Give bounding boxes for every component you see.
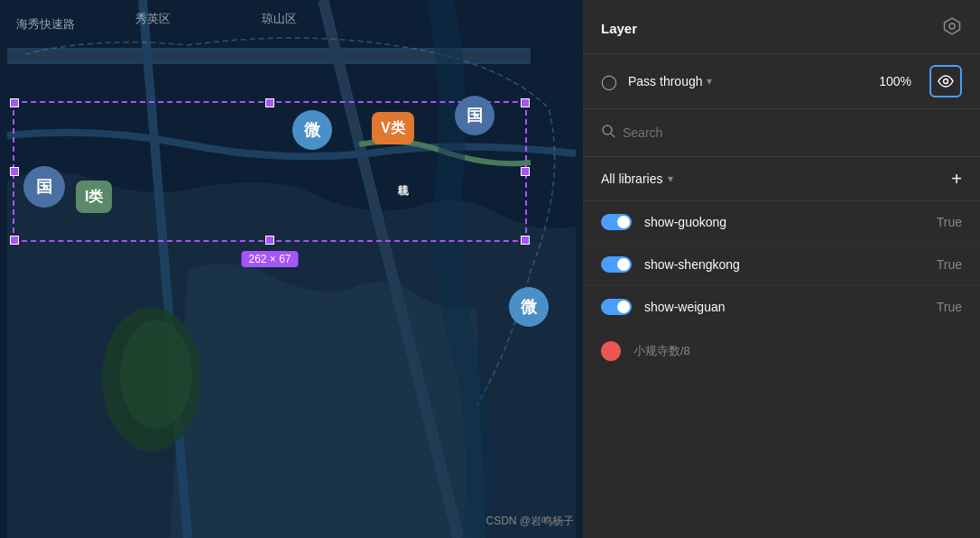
svg-point-7 [120, 320, 192, 429]
pin-guo-right: 国 [455, 96, 495, 135]
svg-point-8 [949, 23, 955, 29]
var-name-1: show-shengkong [644, 257, 924, 272]
search-icon [601, 124, 615, 142]
blend-mode-label: Pass through [628, 74, 703, 88]
pin-ilei: I类 [76, 181, 112, 213]
panel-title: Layer [601, 21, 637, 36]
blend-mode-row: ◯ Pass through ▾ 100% [583, 54, 980, 109]
map-canvas: 海秀快速路 秀英区 琼山区 桃花联络线 262 × 67 国 I类 微 V类 国… [0, 0, 583, 538]
region-label-3: 琼山区 [262, 11, 297, 27]
libraries-label-text: All libraries [601, 172, 662, 186]
pin-wei-bottom: 微 [509, 287, 549, 327]
blend-mode-selector[interactable]: Pass through ▾ [628, 74, 872, 88]
component-icon [942, 16, 962, 41]
map-background [0, 0, 583, 538]
var-value-2: True [937, 300, 962, 314]
pin-vlei: V类 [372, 112, 414, 144]
chevron-down-icon: ▾ [707, 75, 712, 88]
svg-line-11 [611, 134, 615, 137]
variable-row-2: show-weiguan True [583, 286, 980, 329]
toggle-show-shengkong[interactable] [601, 256, 632, 273]
svg-point-10 [603, 125, 612, 134]
pin-wei-top: 微 [292, 110, 332, 150]
panel-header: Layer [583, 0, 980, 54]
variable-row-1: show-shengkong True [583, 244, 980, 286]
toggle-show-guokong[interactable] [601, 214, 632, 230]
pin-guo-left: 国 [23, 166, 65, 208]
visibility-toggle-button[interactable] [929, 65, 962, 97]
var-value-1: True [937, 257, 962, 272]
partial-text: 小规寺数/8 [633, 343, 690, 359]
libraries-selector[interactable]: All libraries ▾ [601, 172, 673, 186]
add-variable-button[interactable]: + [951, 170, 962, 188]
blend-icon: ◯ [601, 73, 617, 90]
partial-icon [601, 341, 621, 361]
var-name-2: show-weiguan [644, 300, 924, 314]
search-input[interactable] [623, 125, 962, 140]
opacity-value: 100% [879, 74, 911, 88]
var-name-0: show-guokong [644, 215, 924, 229]
partial-row: 小规寺数/8 [583, 329, 980, 374]
region-label-2: 秀英区 [135, 11, 171, 27]
var-value-0: True [937, 215, 962, 229]
libraries-chevron-icon: ▾ [668, 172, 673, 185]
layer-panel: Layer ◯ Pass through ▾ 100% [583, 0, 980, 538]
watermark: CSDN @岩鸣杨子 [485, 514, 574, 529]
region-label-1: 海秀快速路 [16, 16, 75, 32]
toggle-show-weiguan[interactable] [601, 299, 632, 315]
svg-point-9 [944, 79, 948, 84]
libraries-row: All libraries ▾ + [583, 157, 980, 201]
variable-row-0: show-guokong True [583, 201, 980, 244]
search-box [601, 120, 962, 145]
search-container [583, 109, 980, 157]
